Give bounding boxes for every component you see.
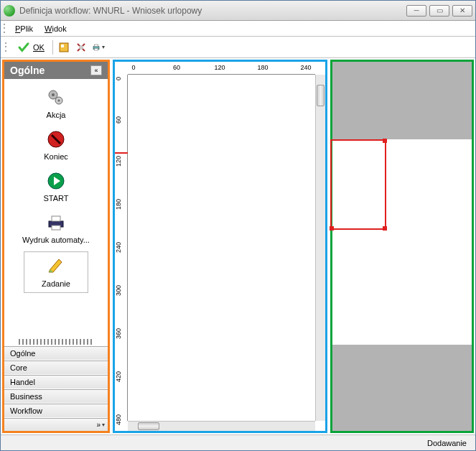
svg-rect-13: [52, 216, 60, 221]
chevron-right-icon: »: [96, 421, 101, 429]
tool-label: Zadanie: [42, 279, 70, 288]
ruler-tick: 120: [115, 156, 122, 167]
ok-label: OK: [33, 43, 45, 52]
app-window: Definicja workflow: WNURL - Wniosek urlo…: [0, 0, 476, 451]
category-core[interactable]: Core: [4, 361, 108, 375]
ruler-tick: 120: [214, 64, 225, 71]
collapse-button[interactable]: «: [90, 65, 102, 75]
play-icon: [46, 171, 66, 191]
toolbox-title: Ogólne: [10, 65, 45, 76]
svg-rect-4: [94, 45, 98, 47]
tool-item-start[interactable]: START: [7, 168, 105, 205]
ruler-tick: 0: [131, 64, 135, 71]
ruler-tick: 420: [115, 371, 122, 382]
ruler-vertical: 0 60 120 180 240 300 360 420 480: [115, 75, 128, 421]
print-icon[interactable]: ▾: [92, 41, 105, 54]
category-overflow[interactable]: » ▾: [4, 418, 108, 431]
tool-item-koniec[interactable]: Koniec: [7, 126, 105, 164]
ruler-tick: 180: [115, 199, 122, 210]
tool-list: Akcja Koniec START: [4, 79, 108, 338]
category-business[interactable]: Business: [4, 389, 108, 404]
dropdown-icon: ▾: [102, 44, 105, 50]
svg-rect-1: [61, 45, 64, 47]
window-buttons: ─ ▭ ✕: [406, 5, 472, 17]
ruler-marker: [115, 152, 128, 154]
printer-icon: [46, 213, 66, 233]
tool-label: Wydruk automaty...: [22, 236, 90, 244]
tool-item-zadanie[interactable]: Zadanie: [24, 251, 88, 293]
toolbox-panel: Ogólne « Akcja Koniec: [2, 60, 110, 433]
tool-label: Koniec: [44, 152, 68, 161]
svg-point-2: [79, 45, 83, 50]
toolbar-grip-icon: [5, 42, 8, 53]
ruler-tick: 480: [115, 414, 122, 425]
selection-rect[interactable]: [330, 139, 386, 230]
stop-icon: [46, 129, 66, 149]
toolbox-header: Ogólne «: [4, 62, 108, 79]
minimize-button[interactable]: ─: [406, 5, 426, 17]
resize-handle[interactable]: [383, 226, 387, 231]
check-icon: [17, 41, 30, 54]
ruler-tick: 300: [115, 285, 122, 296]
pencil-icon: [46, 256, 66, 276]
category-ogolne[interactable]: Ogólne: [4, 346, 108, 361]
toolbar: OK ▾: [1, 37, 475, 58]
statusbar: Dodawanie: [1, 434, 475, 450]
ruler-tick: 0: [115, 77, 122, 80]
maximize-button[interactable]: ▭: [429, 5, 449, 17]
tool-item-akcja[interactable]: Akcja: [7, 85, 105, 122]
ruler-tick: 360: [115, 328, 122, 339]
ruler-tick: 240: [115, 242, 122, 253]
svg-rect-5: [94, 48, 98, 50]
preview-panel: [330, 60, 474, 433]
resize-handle[interactable]: [330, 226, 334, 231]
ruler-tick: 60: [115, 116, 122, 124]
ruler-tick: 180: [257, 64, 268, 71]
category-workflow[interactable]: Workflow: [4, 404, 108, 418]
dropdown-icon: ▾: [102, 422, 105, 428]
tool-item-wydruk[interactable]: Wydruk automaty...: [7, 210, 105, 247]
resize-handle[interactable]: [383, 139, 387, 143]
close-button[interactable]: ✕: [452, 5, 472, 17]
tool-label: START: [43, 194, 68, 203]
menubar: PPlikPlik WidokWidok: [1, 21, 475, 37]
category-list: Ogólne Core Handel Business Workflow » ▾: [4, 346, 108, 431]
toolbar-separator: [52, 40, 53, 55]
preview-gray-top: [332, 62, 472, 139]
tool-icon-1[interactable]: [57, 41, 70, 54]
ruler-horizontal: 0 60 120 180 240: [128, 62, 315, 75]
design-canvas[interactable]: [128, 75, 315, 421]
tool-label: Akcja: [47, 111, 66, 119]
splitter-grip[interactable]: [19, 339, 93, 345]
preview-gray-bottom: [332, 345, 472, 431]
scroll-thumb[interactable]: [317, 85, 325, 106]
ok-button[interactable]: OK: [14, 39, 48, 56]
tool-icon-2[interactable]: [75, 41, 88, 54]
scrollbar-vertical[interactable]: [315, 75, 325, 421]
menu-file[interactable]: PPlikPlik: [11, 23, 37, 34]
scroll-thumb[interactable]: [138, 422, 159, 430]
menu-view[interactable]: WidokWidok: [40, 23, 71, 34]
svg-point-8: [52, 93, 55, 96]
gears-icon: [46, 88, 66, 108]
titlebar: Definicja workflow: WNURL - Wniosek urlo…: [1, 1, 475, 21]
ruler-tick: 60: [173, 64, 180, 71]
main-area: Ogólne « Akcja Koniec: [1, 58, 475, 434]
svg-rect-14: [52, 226, 60, 230]
window-title: Definicja workflow: WNURL - Wniosek urlo…: [19, 6, 406, 16]
ruler-tick: 240: [300, 64, 311, 71]
app-icon: [4, 5, 15, 17]
canvas-panel: 0 60 120 180 240 0 60 120 180 240 300 36…: [113, 60, 327, 433]
menu-grip-icon: [4, 23, 6, 34]
status-text: Dodawanie: [427, 439, 467, 447]
scrollbar-horizontal[interactable]: [128, 421, 315, 431]
svg-point-9: [58, 100, 60, 102]
category-handel[interactable]: Handel: [4, 375, 108, 389]
